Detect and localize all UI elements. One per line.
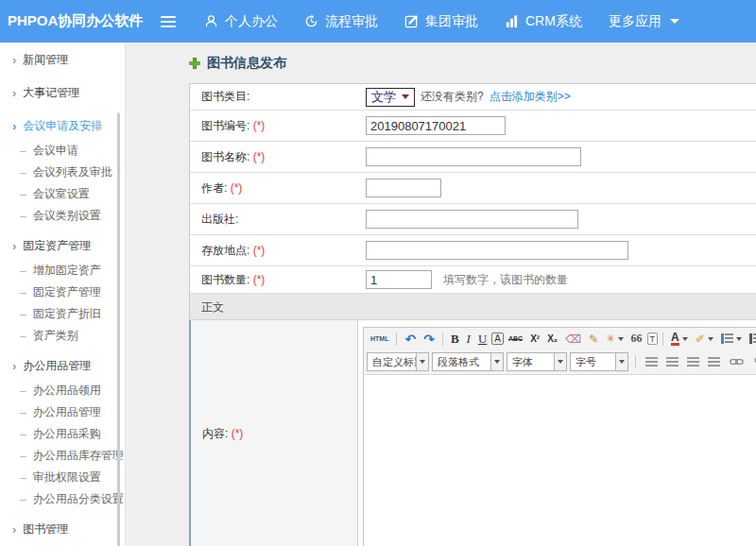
nav-label: 更多应用	[609, 13, 662, 30]
nav-crm-system[interactable]: CRM系统	[505, 13, 582, 30]
remove-format-button[interactable]: A	[491, 333, 504, 345]
app-logo: PHPOA协同办公软件	[0, 12, 161, 30]
spray-glyph: ✳	[606, 333, 614, 345]
chevron-down-icon	[682, 337, 688, 341]
quantity-input[interactable]	[366, 270, 432, 289]
nav-personal-office[interactable]: 个人办公	[204, 13, 278, 30]
font-family-select[interactable]: 字体	[507, 352, 567, 371]
chevron-right-icon: ›	[12, 53, 16, 67]
undo-button[interactable]: ↶	[402, 331, 419, 348]
unordered-list-icon	[749, 333, 756, 344]
nav-process-approval[interactable]: 流程审批	[304, 13, 378, 30]
align-right-icon[interactable]	[687, 357, 699, 367]
subscript-button[interactable]: X₂	[544, 331, 560, 348]
sidebar-group-memorabilia[interactable]: › 大事记管理	[0, 79, 125, 107]
color-spray-icon[interactable]: ✳	[603, 331, 626, 348]
required-mark: (*)	[253, 119, 266, 132]
sidebar-item-asset-manage[interactable]: –固定资产管理	[0, 282, 125, 303]
sidebar-group-news[interactable]: › 新闻管理	[0, 46, 125, 74]
sidebar-item-meeting-apply[interactable]: –会议申请	[0, 140, 125, 162]
field-label: 图书类目:	[190, 89, 358, 105]
paste-text-icon[interactable]: T	[647, 333, 659, 345]
chevron-down-icon	[670, 19, 679, 24]
editor-toolbar-row2: 自定义标题 段落格式 字体 字号	[364, 350, 756, 375]
redo-button[interactable]: ↷	[421, 331, 438, 348]
unlink-icon[interactable]	[751, 353, 756, 370]
select-label: 字体	[507, 355, 554, 369]
ordered-list-button[interactable]	[718, 331, 745, 348]
sidebar-item-label: 办公用品分类设置	[33, 491, 124, 507]
category-selected-value: 文学	[371, 89, 396, 106]
chevron-down-icon	[490, 353, 503, 370]
sidebar-item-meeting-room[interactable]: –会议室设置	[0, 183, 125, 205]
sidebar-item-label: 会议列表及审批	[33, 164, 112, 180]
location-input[interactable]	[366, 241, 628, 260]
author-input[interactable]	[366, 179, 441, 197]
underline-button[interactable]: U	[475, 331, 490, 348]
sidebar-item-label: 会议室设置	[33, 186, 90, 202]
sidebar-item-meeting-list[interactable]: –会议列表及审批	[0, 162, 125, 183]
sidebar-item-meeting-type[interactable]: –会议类别设置	[0, 205, 125, 227]
bold-button[interactable]: B	[448, 331, 462, 348]
category-select[interactable]: 文学	[366, 88, 415, 107]
sidebar-item-asset-depreciation[interactable]: –固定资产折旧	[0, 303, 125, 325]
menu-toggle-icon[interactable]	[161, 16, 176, 27]
paragraph-format-select[interactable]: 段落格式	[432, 352, 504, 371]
nav-group-approval[interactable]: 集团审批	[404, 13, 478, 30]
sidebar-group-meeting[interactable]: › 会议申请及安排	[0, 112, 125, 140]
highlight-marker-button[interactable]: ✐	[693, 331, 716, 348]
align-center-icon[interactable]	[666, 357, 679, 367]
nav-more-apps[interactable]: 更多应用	[609, 13, 679, 30]
sidebar-item-supplies-claim[interactable]: –办公用品领用	[0, 380, 125, 401]
user-icon	[204, 14, 218, 28]
dash-icon: –	[20, 428, 26, 441]
custom-heading-select[interactable]: 自定义标题	[367, 352, 429, 371]
sidebar-item-supplies-manage[interactable]: –办公用品管理	[0, 401, 125, 423]
eraser-icon[interactable]: ⌫	[562, 331, 584, 348]
italic-button[interactable]: I	[464, 331, 473, 348]
dash-icon: –	[20, 188, 26, 201]
sidebar-item-supplies-category[interactable]: –办公用品分类设置	[0, 488, 125, 510]
blockquote-button[interactable]: 66	[628, 331, 645, 348]
sidebar-item-supplies-purchase[interactable]: –办公用品采购	[0, 423, 125, 445]
dash-icon: –	[20, 210, 26, 223]
add-category-link[interactable]: 点击添加类别>>	[490, 89, 571, 105]
strikethrough-button[interactable]: ABC	[506, 331, 525, 348]
align-justify-icon[interactable]	[708, 357, 720, 367]
toolbar-separator	[396, 333, 397, 346]
book-name-input[interactable]	[366, 147, 581, 166]
html-source-button[interactable]: HTML	[368, 331, 391, 348]
unordered-list-button[interactable]	[747, 331, 756, 348]
align-left-icon[interactable]	[645, 357, 658, 367]
form-row-content: 内容: (*) HTML ↶ ↷ B I U A	[189, 320, 756, 546]
sidebar-item-label: 办公用品领用	[33, 383, 101, 399]
rich-text-editor: HTML ↶ ↷ B I U A ABC X² X₂ ⌫ ✎	[363, 327, 756, 546]
marker-glyph: ✐	[696, 333, 705, 346]
font-color-glyph: A	[671, 332, 679, 346]
sidebar-group-assets[interactable]: › 固定资产管理	[0, 232, 125, 260]
process-approval-icon	[304, 14, 318, 28]
font-size-select[interactable]: 字号	[570, 352, 628, 371]
ordered-list-icon	[721, 333, 733, 344]
nav-label: 流程审批	[325, 13, 378, 30]
sidebar-item-asset-category[interactable]: –资产类别	[0, 325, 125, 347]
editor-content-area[interactable]	[364, 375, 756, 546]
sidebar-group-books[interactable]: › 图书管理	[0, 516, 125, 543]
insert-link-icon[interactable]	[727, 353, 747, 370]
dash-icon: –	[20, 450, 26, 463]
sidebar-item-asset-add[interactable]: –增加固定资产	[0, 260, 125, 282]
sidebar-group-supplies[interactable]: › 办公用品管理	[0, 352, 125, 380]
sidebar-item-supplies-stock[interactable]: –办公用品库存管理	[0, 445, 125, 467]
sidebar-item-approval-permission[interactable]: –审批权限设置	[0, 467, 125, 488]
sidebar-group-label: 图书管理	[23, 521, 68, 537]
sidebar-scrollbar[interactable]	[117, 112, 120, 546]
book-number-input[interactable]	[366, 116, 506, 135]
superscript-button[interactable]: X²	[527, 331, 542, 348]
field-label: 内容:	[202, 426, 228, 442]
publisher-input[interactable]	[366, 210, 578, 229]
chevron-down-icon	[736, 337, 742, 341]
format-painter-icon[interactable]: ✎	[586, 331, 601, 348]
dash-icon: –	[20, 286, 26, 299]
font-color-button[interactable]: A	[668, 331, 691, 348]
sidebar-item-label: 办公用品采购	[33, 426, 101, 442]
